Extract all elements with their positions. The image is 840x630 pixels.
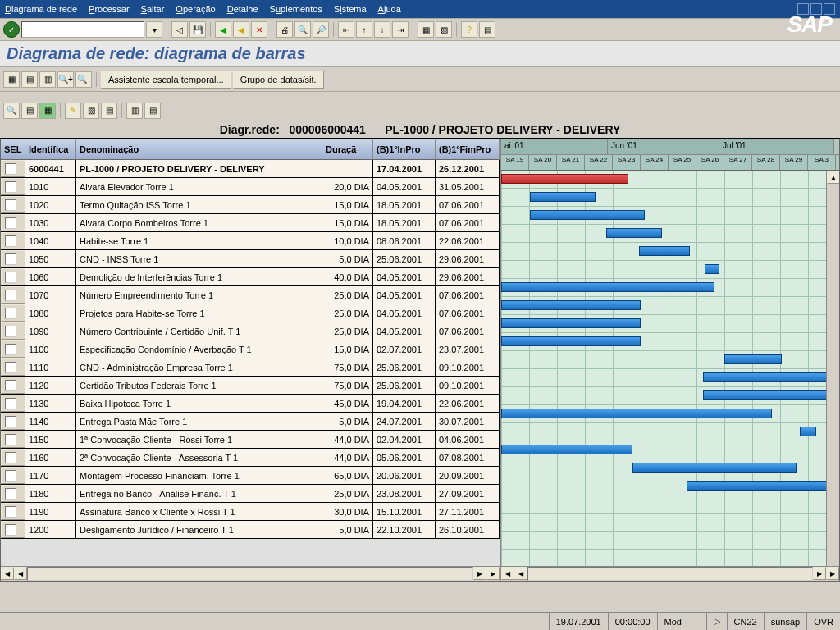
gantt-row[interactable] (501, 441, 839, 459)
gantt-h-scroll[interactable]: ◀ ◀ ▶ ▶ (501, 566, 839, 581)
gantt-row[interactable] (501, 297, 839, 315)
row-selector[interactable] (1, 485, 25, 502)
row-selector[interactable] (1, 413, 25, 430)
icon-c[interactable]: ▦ (39, 103, 56, 119)
assistente-button[interactable]: Assistente escala temporal... (101, 71, 231, 89)
gantt-bar[interactable] (530, 210, 645, 220)
row-selector[interactable] (1, 503, 25, 520)
gantt-scroll-up-icon[interactable]: ▲ (827, 171, 839, 184)
find-icon[interactable]: 🔍 (294, 21, 311, 38)
table-row[interactable]: 1180Entrega no Banco - Análise Financ. T… (1, 485, 500, 503)
tool-btn-3[interactable]: ▥ (39, 71, 56, 88)
save-icon[interactable]: 💾 (189, 21, 206, 38)
gantt-row[interactable] (501, 387, 839, 405)
last-page-icon[interactable]: ⇥ (392, 21, 409, 38)
gantt-row[interactable] (501, 532, 839, 550)
find-next-icon[interactable]: 🔎 (313, 21, 329, 38)
row-selector[interactable] (1, 250, 25, 267)
menu-suplementos[interactable]: Suplementos (270, 4, 322, 14)
table-row[interactable]: 1100Especificação Condomínio / Averbação… (1, 340, 500, 358)
gantt-row[interactable] (501, 315, 839, 333)
row-selector[interactable] (1, 196, 25, 213)
menu-operacao[interactable]: Operação (176, 4, 215, 14)
exit-icon[interactable]: ◀ (233, 21, 249, 38)
icon-e[interactable]: ▧ (83, 103, 99, 119)
status-session-icon[interactable]: ▷ (706, 613, 727, 630)
table-row[interactable]: 1140Entrega Pasta Mãe Torre 15,0 DIA24.0… (1, 413, 500, 431)
row-selector[interactable] (1, 160, 25, 177)
help-icon[interactable]: ? (461, 21, 477, 38)
scroll-left-icon[interactable]: ◀ (1, 567, 14, 580)
row-selector[interactable] (1, 232, 25, 249)
menu-ajuda[interactable]: Ajuda (378, 4, 401, 14)
gantt-row[interactable] (501, 333, 839, 351)
gantt-bar[interactable] (501, 409, 772, 418)
gantt-row[interactable] (501, 351, 839, 369)
prev-page-icon[interactable]: ↑ (356, 21, 372, 38)
layout-icon[interactable]: ▤ (479, 21, 495, 38)
col-sel[interactable]: SEL (1, 139, 25, 159)
row-selector[interactable] (1, 286, 25, 304)
tool-btn-2[interactable]: ▤ (21, 71, 38, 88)
icon-d[interactable]: ✎ (65, 103, 81, 119)
menu-processar[interactable]: Processar (89, 4, 130, 14)
gantt-row[interactable] (501, 477, 839, 495)
menu-saltar[interactable]: Saltar (141, 4, 165, 14)
gantt-bar[interactable] (800, 427, 816, 436)
gantt-bar[interactable] (530, 192, 596, 202)
table-row[interactable]: 1130Baixa Hipoteca Torre 145,0 DIA19.04.… (1, 395, 500, 413)
icon-g[interactable]: ▥ (126, 103, 143, 119)
gantt-bar[interactable] (501, 174, 628, 184)
icon-h[interactable]: ▤ (144, 103, 161, 119)
gantt-row[interactable] (501, 189, 839, 207)
row-selector[interactable] (1, 304, 25, 322)
gantt-bar[interactable] (501, 318, 641, 328)
table-row[interactable]: 1190Assinatura Banco x Cliente x Rossi T… (1, 503, 500, 521)
gantt-row[interactable] (501, 369, 839, 387)
shortcut-icon[interactable]: ▧ (436, 21, 452, 38)
zoom-in-icon[interactable]: 🔍+ (57, 71, 74, 88)
row-selector[interactable] (1, 178, 25, 195)
table-row[interactable]: 1120Certidão Tributos Federais Torre 175… (1, 377, 500, 395)
table-row[interactable]: 1200Desligamento Jurídico / Financeiro T… (1, 521, 500, 539)
table-row[interactable]: 1060Demolição de Interferências Torre 14… (1, 268, 500, 286)
gantt-row[interactable] (501, 459, 839, 477)
gantt-bar[interactable] (606, 228, 662, 238)
gantt-row[interactable] (501, 261, 839, 279)
gantt-row[interactable] (501, 514, 839, 532)
cancel-icon[interactable]: ✕ (251, 21, 267, 38)
row-selector[interactable] (1, 449, 25, 466)
gantt-bar[interactable] (501, 282, 714, 292)
dropdown-icon[interactable]: ▾ (146, 21, 162, 38)
icon-a[interactable]: 🔍 (3, 103, 20, 119)
icon-b[interactable]: ▤ (21, 103, 38, 119)
gantt-row[interactable] (501, 207, 839, 225)
print-icon[interactable]: 🖨 (276, 21, 293, 38)
row-selector[interactable] (1, 431, 25, 448)
col-den[interactable]: Denominação (76, 139, 322, 159)
gantt-bar[interactable] (724, 354, 782, 364)
gantt-row[interactable] (501, 243, 839, 261)
row-selector[interactable] (1, 377, 25, 394)
gantt-bar[interactable] (501, 300, 641, 310)
row-selector[interactable] (1, 214, 25, 231)
table-row[interactable]: 1030Alvará Corpo Bombeiros Torre 115,0 D… (1, 214, 500, 232)
table-row[interactable]: 6000441PL-1000 / PROJETO DELIVERY - DELI… (1, 160, 500, 178)
gantt-bar[interactable] (501, 445, 632, 454)
gantt-v-scroll[interactable]: ▲ (826, 171, 839, 566)
row-selector[interactable] (1, 268, 25, 285)
row-selector[interactable] (1, 358, 25, 376)
menu-detalhe[interactable]: Detalhe (227, 4, 258, 14)
col-id[interactable]: Identifica (25, 139, 76, 159)
table-row[interactable]: 1050CND - INSS Torre 15,0 DIA25.06.20012… (1, 250, 500, 268)
table-row[interactable]: 1080Projetos para Habite-se Torre 125,0 … (1, 304, 500, 322)
zoom-out-icon[interactable]: 🔍- (75, 71, 92, 88)
gantt-scroll-left2-icon[interactable]: ◀ (514, 567, 527, 580)
grid-h-scroll[interactable]: ◀ ◀ ▶ ▶ (1, 566, 500, 581)
scroll-right-icon[interactable]: ▶ (473, 567, 486, 580)
table-row[interactable]: 1040Habite-se Torre 110,0 DIA08.06.20012… (1, 232, 500, 250)
gantt-row[interactable] (501, 495, 839, 514)
gantt-bar[interactable] (501, 336, 641, 346)
table-row[interactable]: 1110CND - Administração Empresa Torre 17… (1, 358, 500, 377)
col-dur[interactable]: Duraçã (322, 139, 373, 159)
